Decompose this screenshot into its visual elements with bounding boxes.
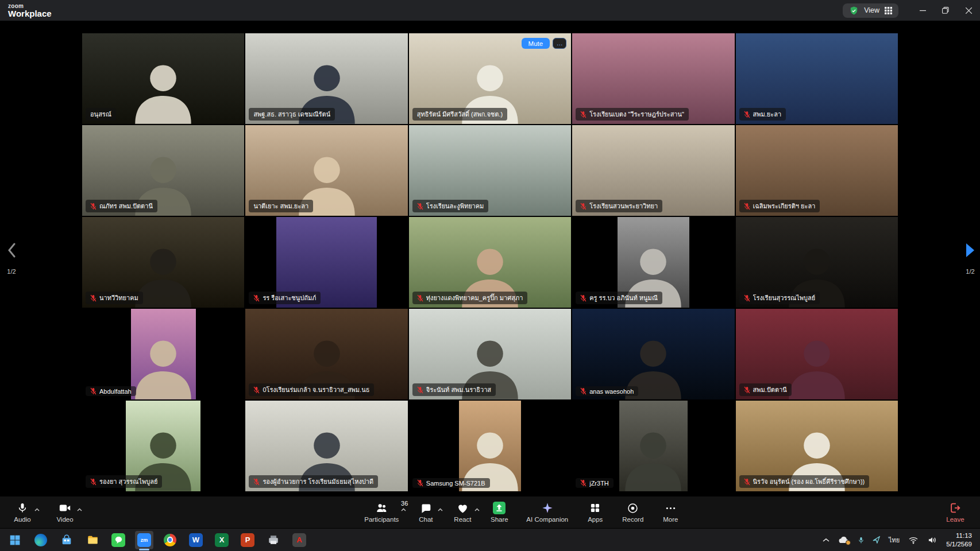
participant-tile[interactable]: Abdulfattah [82,309,244,399]
participant-name: Samsung SM-S721B [426,480,485,487]
taskbar-start-icon[interactable] [6,531,24,549]
toolbar-video-label: Video [56,516,73,523]
participant-tile[interactable]: สพม.ปัตตานี [736,309,898,399]
participant-nameplate: ณภัทร สพม.ปัตตานี [86,200,157,212]
chevron-up-icon[interactable] [401,503,406,514]
participant-nameplate: รองผู้อำนวยการ โรงเรียนมัธยมสุไหงปาดี [249,475,378,488]
participant-tile[interactable]: อนุสรณ์ [82,33,244,124]
volume-icon[interactable] [927,536,937,544]
acrobat-glyph: A [292,533,306,547]
taskbar-powerpoint-icon[interactable]: P [238,531,257,549]
language-indicator[interactable]: ไทย [889,535,900,545]
participant-tile[interactable]: สพม.ยะลา [736,33,898,124]
chevron-up-icon[interactable] [474,503,480,514]
tray-chevron-up-icon[interactable] [823,538,829,542]
taskbar-store-icon[interactable] [57,531,76,549]
gallery-next-button[interactable] [965,243,975,260]
taskbar-device-icon[interactable] [264,531,283,549]
participant-tile[interactable]: anas waesohoh [572,309,734,399]
participant-tile[interactable]: รองยา สุวรรณไพบูลย์ [82,401,244,491]
toolbar-ai-companion-button[interactable]: AI Companion [526,502,568,523]
chevron-up-icon[interactable] [438,503,443,514]
minimize-button[interactable] [911,0,934,21]
toolbar-apps-button[interactable]: Apps [585,502,605,523]
participant-tile[interactable]: 0โรงเรียนร่มเกล้า จ.นราธิวาส_สพม.นธ [245,309,407,399]
onedrive-cloud-icon[interactable] [838,536,850,544]
gallery-page-indicator-left: 1/2 [7,268,16,275]
participant-name: โรงเรียนสวนพระยาวิทยา [589,201,658,211]
participant-tile[interactable]: นิรวัจ อนุรัตน์ (รอง ผอ.โพธิ์คีรีราชศึกษ… [736,401,898,491]
participant-tile[interactable]: รองผู้อำนวยการ โรงเรียนมัธยมสุไหงปาดี [245,401,407,491]
toolbar-share-button[interactable]: Share [489,502,509,523]
toolbar-participants-button[interactable]: Participants 36 [364,502,399,523]
participant-name: เฉลิมพระเกียรติฯ ยะลา [753,201,816,211]
participant-tile[interactable]: ณภัทร สพม.ปัตตานี [82,125,244,216]
taskbar-chrome-icon[interactable] [161,531,179,549]
muted-mic-icon [90,294,97,302]
participant-tile[interactable]: โรงเรียนสุวรรณไพบูลย์ [736,217,898,308]
participant-nameplate: โรงเรียนละงูพิทยาคม [412,200,489,212]
participant-nameplate: นาตีเยาะ สพม.ยะลา [249,200,313,212]
toolbar-audio-button[interactable]: Audio [13,502,32,523]
taskbar-clock[interactable]: 11:13 5/1/2569 [946,531,972,549]
participant-name: สพฐ.สธ. สราวุธ เดชมณีรัตน์ [253,109,330,119]
close-button[interactable] [957,0,980,21]
toolbar-leave-button[interactable]: Leave [946,502,965,523]
chevron-up-icon[interactable] [77,503,82,514]
toolbar-ai-companion-label: AI Companion [526,516,568,523]
meeting-toolbar: Audio Video Participants 36 Chat React S… [0,496,980,528]
participant-tile[interactable]: โรงเรียนสวนพระยาวิทยา [572,125,734,216]
participant-nameplate: สพม.ปัตตานี [739,383,792,396]
tile-more-button[interactable]: … [553,38,566,49]
video-grid: อนุสรณ์ สพฐ.สธ. สราวุธ เดชมณีรัตน์ สุทธิ… [82,33,898,491]
gallery-prev-button[interactable] [7,243,16,260]
participant-nameplate: โรงเรียนสุวรรณไพบูลย์ [739,292,820,304]
toolbar-react-button[interactable]: React [453,502,472,523]
wifi-icon[interactable] [908,536,919,544]
toolbar-more-button[interactable]: More [661,502,680,523]
mic-in-use-icon[interactable] [858,536,864,544]
toolbar-more-label: More [663,516,678,523]
taskbar-line-icon[interactable] [109,531,128,549]
participant-tile[interactable]: เฉลิมพระเกียรติฯ ยะลา [736,125,898,216]
participant-nameplate: Abdulfattah [86,386,136,396]
participant-tile[interactable]: จิระนันท์ สพม.นราธิวาส [409,309,571,399]
participant-nameplate: สพฐ.สธ. สราวุธ เดชมณีรัตน์ [249,108,335,121]
view-button[interactable]: View [843,3,898,18]
participant-tile[interactable]: สพฐ.สธ. สราวุธ เดชมณีรัตน์ [245,33,407,124]
zoom-glyph: zm [137,533,151,547]
muted-mic-icon [580,294,587,302]
restore-button[interactable] [934,0,957,21]
toolbar-record-label: Record [622,516,643,523]
participant-tile[interactable]: ครู รร.บว อภินันท์ หนูมณี [572,217,734,308]
participant-tile[interactable]: โรงเรียนเบตง "วีระราษฎร์ประสาน" [572,33,734,124]
toolbar-video-button[interactable]: Video [55,502,75,523]
taskbar-acrobat-icon[interactable]: A [290,531,308,549]
chevron-up-icon[interactable] [34,503,40,514]
muted-mic-icon [90,203,97,210]
participant-tile[interactable]: jZr3TH [572,401,734,491]
security-shield-icon [849,6,859,15]
toolbar-chat-button[interactable]: Chat [416,502,435,523]
participant-tile[interactable]: ทุ่งยางแดงพิทยาคม_ครูปิ๊ก มาศสุภา [409,217,571,308]
muted-mic-icon [744,203,750,210]
toolbar-react-label: React [454,516,471,523]
participant-name: รร รือเสาะชนูปถัมภ์ [263,293,316,303]
participant-tile[interactable]: โรงเรียนละงูพิทยาคม [409,125,571,216]
participant-tile[interactable]: รร รือเสาะชนูปถัมภ์ [245,217,407,308]
taskbar-excel-icon[interactable]: X [213,531,231,549]
participant-tile[interactable]: นาตีเยาะ สพม.ยะลา [245,125,407,216]
taskbar-zoom-icon[interactable]: zm [135,531,153,549]
taskbar-explorer-icon[interactable] [83,531,102,549]
taskbar-word-icon[interactable]: W [187,531,205,549]
location-in-use-icon[interactable] [873,536,880,544]
participant-tile[interactable]: สุทธิรัตน์ มีศรีสวัสดิ์ (สพก.จชต.) Mute… [409,33,571,124]
participant-tile[interactable]: นาทวีวิทยาคม [82,217,244,308]
toolbar-record-button[interactable]: Record [622,502,643,523]
participant-tile[interactable]: Samsung SM-S721B [409,401,571,491]
taskbar-edge-icon[interactable] [32,531,50,549]
muted-mic-icon [744,111,750,118]
ai-companion-icon [541,502,554,514]
mute-button[interactable]: Mute [522,38,550,49]
muted-mic-icon [417,386,423,394]
